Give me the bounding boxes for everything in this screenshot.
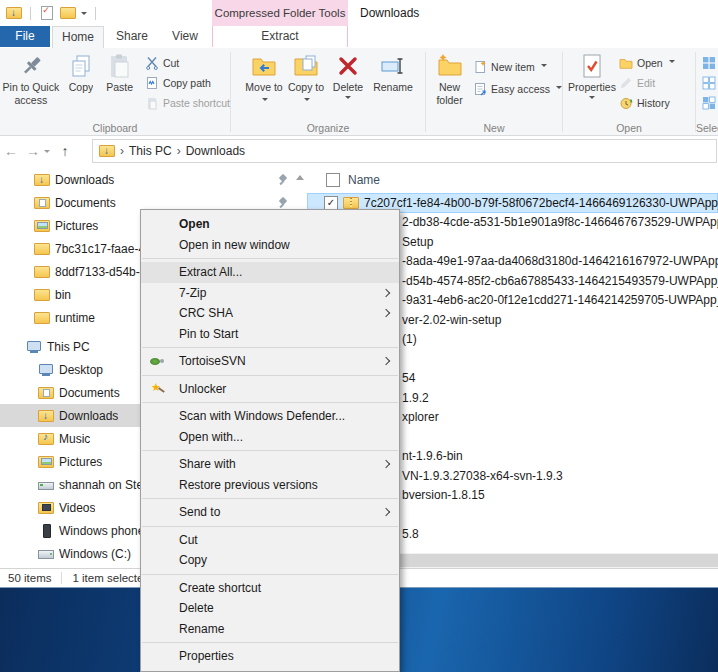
breadcrumb-this-pc[interactable]: This PC (129, 144, 172, 158)
window-title: Downloads (360, 6, 419, 20)
sidebar-item-downloads[interactable]: Downloads (0, 168, 292, 191)
tab-extract[interactable]: Extract (212, 26, 348, 47)
sidebar-item-label: Documents (59, 386, 120, 400)
menu-separator (142, 450, 398, 451)
menu-item-unlocker[interactable]: Unlocker (141, 379, 399, 400)
select-all-checkbox[interactable] (326, 173, 340, 187)
quick-access-toolbar (0, 6, 99, 20)
menu-item-create-shortcut[interactable]: Create shortcut (141, 578, 399, 599)
videos-folder-icon (38, 501, 54, 515)
select-none-button[interactable]: Select none (702, 75, 718, 91)
paste-shortcut-button[interactable]: Paste shortcut (145, 95, 230, 111)
tab-file[interactable]: File (0, 26, 50, 47)
menu-item-label: Scan with Windows Defender... (179, 409, 345, 423)
menu-item-copy[interactable]: Copy (141, 550, 399, 571)
paste-button[interactable]: Paste (100, 51, 139, 94)
qat-separator (30, 7, 31, 20)
copy-path-button[interactable]: Copy path (145, 75, 230, 91)
menu-item-scan-with-windows-defender[interactable]: Scan with Windows Defender... (141, 406, 399, 427)
computer-icon (26, 340, 42, 354)
properties-check-icon[interactable] (39, 6, 55, 20)
move-to-icon (251, 53, 277, 79)
menu-item-restore-previous-versions[interactable]: Restore previous versions (141, 475, 399, 496)
menu-item-label: Copy (179, 553, 207, 567)
forward-arrow-icon[interactable]: → (22, 143, 44, 159)
file-name: 7c207cf1-fe84-4b00-b79f-58f0672becf4-146… (364, 196, 718, 210)
pin-to-quick-access-button[interactable]: Pin to Quick access (0, 51, 62, 106)
group-label-new: New (426, 122, 562, 134)
menu-item-label: Share with (179, 457, 236, 471)
menu-item-extract-all[interactable]: Extract All... (141, 262, 399, 283)
sidebar-item-label: Desktop (59, 363, 103, 377)
network-drive-icon (38, 478, 54, 492)
easy-access-button[interactable]: Easy access (473, 81, 562, 97)
menu-item-7-zip[interactable]: 7-Zip (141, 283, 399, 304)
rename-button[interactable]: Rename (369, 51, 417, 94)
menu-item-label: Open with... (179, 430, 243, 444)
sidebar-item-label: bin (55, 288, 71, 302)
sidebar-item-label: Videos (59, 501, 95, 515)
folder-icon (34, 265, 50, 279)
menu-item-share-with[interactable]: Share with (141, 454, 399, 475)
copy-button[interactable]: Copy (62, 51, 101, 94)
menu-item-pin-to-start[interactable]: Pin to Start (141, 324, 399, 345)
menu-item-delete[interactable]: Delete (141, 598, 399, 619)
paste-icon (107, 53, 133, 79)
menu-item-tortoisesvn[interactable]: TortoiseSVN (141, 351, 399, 372)
group-label-open: Open (563, 122, 695, 134)
menu-item-label: Pin to Start (179, 327, 238, 341)
new-folder-icon (437, 53, 463, 79)
back-arrow-icon[interactable]: ← (0, 143, 22, 159)
row-checkbox-checked[interactable] (324, 196, 338, 210)
menu-separator (142, 402, 398, 403)
tab-view[interactable]: View (160, 26, 210, 47)
menu-item-open-with[interactable]: Open with... (141, 427, 399, 448)
menu-item-label: Unlocker (179, 382, 226, 396)
new-folder-button[interactable]: New folder (430, 51, 469, 106)
column-header-name[interactable]: Name (348, 173, 380, 187)
customize-caret-icon[interactable] (81, 12, 87, 18)
copy-to-button[interactable]: Copy to (285, 51, 327, 106)
recent-locations-caret-icon[interactable] (44, 150, 50, 156)
group-label-clipboard: Clipboard (0, 122, 230, 134)
new-item-button[interactable]: New item (473, 59, 562, 75)
delete-button[interactable]: Delete (327, 51, 369, 102)
breadcrumb-chevron-icon (115, 144, 129, 158)
history-button[interactable]: History (619, 95, 675, 111)
scroll-up-arrow-icon[interactable] (296, 171, 304, 180)
select-all-button[interactable]: Select all (702, 55, 718, 71)
sidebar-item-label: Documents (55, 196, 116, 210)
up-arrow-icon[interactable]: ↑ (54, 143, 76, 159)
open-button[interactable]: Open (619, 55, 675, 71)
breadcrumb-downloads[interactable]: Downloads (186, 144, 245, 158)
cut-button[interactable]: Cut (145, 55, 230, 71)
tab-home[interactable]: Home (52, 26, 104, 48)
menu-separator (142, 526, 398, 527)
edit-pencil-icon (619, 76, 633, 90)
address-box[interactable]: This PC Downloads (92, 139, 717, 163)
menu-item-open-in-new-window[interactable]: Open in new window (141, 235, 399, 256)
group-label-select: Select (696, 122, 718, 134)
submenu-chevron-icon (382, 309, 390, 317)
menu-item-open[interactable]: Open (141, 214, 399, 235)
file-explorer-window: Compressed Folder Tools Downloads File H… (0, 0, 718, 672)
tab-share[interactable]: Share (106, 26, 158, 47)
menu-item-cut[interactable]: Cut (141, 530, 399, 551)
menu-item-label: Send to (179, 505, 220, 519)
menu-item-rename[interactable]: Rename (141, 619, 399, 640)
scissors-icon (145, 56, 159, 70)
properties-button[interactable]: Properties (567, 51, 617, 102)
menu-item-crc-sha[interactable]: CRC SHA (141, 303, 399, 324)
folder-icon (34, 242, 50, 256)
sidebar-item-label: Pictures (59, 455, 102, 469)
submenu-chevron-icon (382, 460, 390, 468)
menu-item-properties[interactable]: Properties (141, 646, 399, 667)
edit-button[interactable]: Edit (619, 75, 675, 91)
invert-selection-button[interactable]: Invert selection (702, 95, 718, 111)
menu-item-label: Restore previous versions (179, 478, 318, 492)
new-folder-icon[interactable] (60, 6, 76, 20)
move-to-button[interactable]: Move to (243, 51, 285, 106)
menu-item-send-to[interactable]: Send to (141, 502, 399, 523)
sidebar-item-label: runtime (55, 311, 95, 325)
menu-item-label: Cut (179, 533, 198, 547)
